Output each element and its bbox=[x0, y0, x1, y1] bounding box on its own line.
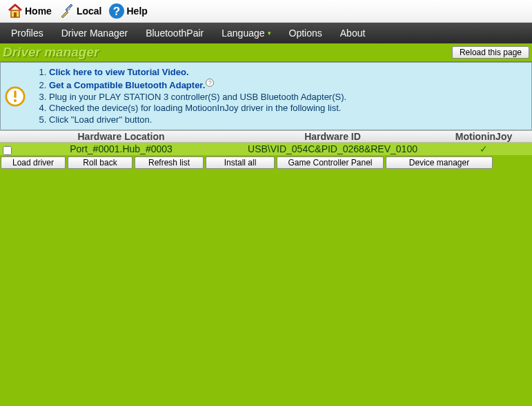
svg-point-7 bbox=[14, 99, 17, 102]
menubar: Profiles Driver Manager BluetoothPair La… bbox=[0, 23, 532, 43]
question-icon[interactable]: ? bbox=[206, 79, 214, 87]
local-link[interactable]: Local bbox=[56, 1, 105, 21]
menu-language-label: Language bbox=[221, 28, 264, 39]
device-row: Port_#0001.Hub_#0003 USB\VID_054C&PID_02… bbox=[0, 143, 532, 155]
instruction-list: Click here to view Tutorial Video. Get a… bbox=[32, 67, 346, 125]
home-link[interactable]: Home bbox=[4, 1, 55, 21]
col-hwid-header: Hardware ID bbox=[230, 131, 435, 142]
help-label: Help bbox=[126, 6, 147, 17]
tutorial-video-link[interactable]: Click here to view Tutorial Video. bbox=[49, 67, 189, 77]
col-check-header bbox=[0, 131, 12, 142]
reload-button[interactable]: Reload this page bbox=[452, 46, 529, 59]
device-location: Port_#0001.Hub_#0003 bbox=[12, 143, 230, 154]
menu-driver-manager[interactable]: Driver Manager bbox=[52, 23, 137, 43]
menu-profiles[interactable]: Profiles bbox=[2, 23, 52, 43]
svg-rect-6 bbox=[14, 90, 16, 97]
action-button-row: Load driver Roll back Refresh list Insta… bbox=[0, 155, 532, 170]
col-motioninjoy-header: MotioninJoy bbox=[435, 131, 532, 142]
help-link[interactable]: ? Help bbox=[106, 1, 150, 21]
refresh-list-button[interactable]: Refresh list bbox=[135, 156, 204, 169]
content-area bbox=[0, 170, 532, 406]
col-location-header: Hardware Location bbox=[12, 131, 230, 142]
local-label: Local bbox=[77, 6, 102, 17]
help-icon: ? bbox=[108, 3, 125, 19]
step-5: Click "Load driver" button. bbox=[49, 114, 346, 126]
home-label: Home bbox=[25, 6, 52, 17]
device-hwid: USB\VID_054C&PID_0268&REV_0100 bbox=[230, 143, 435, 154]
top-toolbar: Home Local ? Help bbox=[0, 0, 532, 23]
device-motioninjoy-check: ✓ bbox=[435, 143, 532, 154]
menu-about[interactable]: About bbox=[331, 23, 375, 43]
home-icon bbox=[7, 3, 23, 19]
menu-options[interactable]: Options bbox=[280, 23, 331, 43]
menu-language[interactable]: Language ▾ bbox=[213, 23, 279, 43]
tools-icon bbox=[59, 3, 75, 19]
page-title: Driver manager bbox=[0, 43, 452, 61]
install-all-button[interactable]: Install all bbox=[206, 156, 275, 169]
step-3: Plug in your PLAY STATION 3 controller(S… bbox=[49, 92, 346, 103]
svg-text:?: ? bbox=[113, 5, 120, 18]
device-manager-button[interactable]: Device manager bbox=[386, 156, 493, 169]
roll-back-button[interactable]: Roll back bbox=[68, 156, 132, 169]
menu-bluetooth-pair[interactable]: BluetoothPair bbox=[137, 23, 213, 43]
warning-icon bbox=[5, 86, 26, 107]
game-controller-panel-button[interactable]: Game Controller Panel bbox=[277, 156, 384, 169]
bluetooth-adapter-link[interactable]: Get a Compatible Bluetooth Adapter. bbox=[49, 80, 205, 90]
step-4: Checked the device(s) for loading Motioo… bbox=[49, 103, 346, 114]
svg-point-2 bbox=[68, 8, 70, 10]
chevron-down-icon: ▾ bbox=[268, 30, 271, 37]
load-driver-button[interactable]: Load driver bbox=[1, 156, 66, 169]
instruction-panel: Click here to view Tutorial Video. Get a… bbox=[0, 62, 532, 130]
svg-rect-1 bbox=[14, 12, 17, 17]
header-row: Driver manager Reload this page bbox=[0, 43, 532, 62]
device-checkbox[interactable] bbox=[3, 146, 12, 155]
device-table-header: Hardware Location Hardware ID MotioninJo… bbox=[0, 130, 532, 143]
